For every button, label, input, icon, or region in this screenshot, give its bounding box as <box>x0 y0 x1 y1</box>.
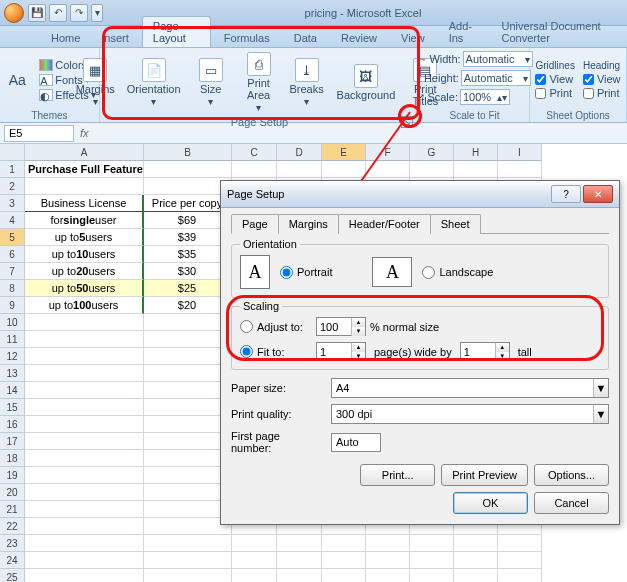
tab-view[interactable]: View <box>390 28 436 47</box>
gridlines-print-checkbox[interactable]: Print <box>535 87 574 99</box>
cell-D1[interactable] <box>277 161 322 178</box>
cell-A25[interactable] <box>25 569 144 582</box>
tab-udc[interactable]: Universal Document Converter <box>491 16 627 47</box>
cell-A23[interactable] <box>25 535 144 552</box>
cell-I24[interactable] <box>498 552 542 569</box>
close-button[interactable]: ✕ <box>583 185 613 203</box>
background-button[interactable]: 🖼Background <box>333 62 400 103</box>
cell-B17[interactable] <box>144 433 232 450</box>
cell-B12[interactable] <box>144 348 232 365</box>
page-setup-launcher-icon[interactable]: ↘ <box>401 116 413 128</box>
tab-formulas[interactable]: Formulas <box>213 28 281 47</box>
cell-A16[interactable] <box>25 416 144 433</box>
headings-view-checkbox[interactable]: View <box>583 73 621 85</box>
qat-more-icon[interactable]: ▾ <box>91 4 103 22</box>
cell-B13[interactable] <box>144 365 232 382</box>
margins-button[interactable]: ▦Margins▾ <box>72 56 119 109</box>
print-preview-button[interactable]: Print Preview <box>441 464 528 486</box>
cell-B8[interactable]: $25 <box>144 280 232 297</box>
paper-size-dropdown[interactable]: A4▼ <box>331 378 609 398</box>
dlg-tab-header-footer[interactable]: Header/Footer <box>338 214 431 234</box>
tab-insert[interactable]: nsert <box>93 28 139 47</box>
cell-F24[interactable] <box>366 552 410 569</box>
cell-E25[interactable] <box>322 569 366 582</box>
help-button[interactable]: ? <box>551 185 581 203</box>
cell-C23[interactable] <box>232 535 277 552</box>
print-quality-dropdown[interactable]: 300 dpi▼ <box>331 404 609 424</box>
cell-H25[interactable] <box>454 569 498 582</box>
cell-A21[interactable] <box>25 501 144 518</box>
redo-icon[interactable]: ↷ <box>70 4 88 22</box>
cell-A9[interactable]: up to 100 users <box>25 297 144 314</box>
cell-I1[interactable] <box>498 161 542 178</box>
cell-B2[interactable] <box>144 178 232 195</box>
print-area-button[interactable]: ⎙Print Area▾ <box>237 50 281 115</box>
dlg-tab-sheet[interactable]: Sheet <box>430 214 481 234</box>
save-icon[interactable]: 💾 <box>28 4 46 22</box>
tab-review[interactable]: Review <box>330 28 388 47</box>
cell-A7[interactable]: up to 20 users <box>25 263 144 280</box>
cancel-button[interactable]: Cancel <box>534 492 609 514</box>
cell-B15[interactable] <box>144 399 232 416</box>
cell-F1[interactable] <box>366 161 410 178</box>
fit-tall-spinner[interactable]: ▲▼ <box>460 342 510 361</box>
gridlines-view-checkbox[interactable]: View <box>535 73 574 85</box>
first-page-number-input[interactable] <box>331 433 381 452</box>
cell-B19[interactable] <box>144 467 232 484</box>
cell-C1[interactable] <box>232 161 277 178</box>
cell-B14[interactable] <box>144 382 232 399</box>
cell-A3[interactable]: Business License <box>25 195 144 212</box>
options-button[interactable]: Options... <box>534 464 609 486</box>
cell-B22[interactable] <box>144 518 232 535</box>
tab-home[interactable]: Home <box>40 28 91 47</box>
cell-B25[interactable] <box>144 569 232 582</box>
cell-A24[interactable] <box>25 552 144 569</box>
fit-wide-spinner[interactable]: ▲▼ <box>316 342 366 361</box>
cell-A17[interactable] <box>25 433 144 450</box>
cell-A4[interactable]: for single user <box>25 212 144 229</box>
cell-G1[interactable] <box>410 161 454 178</box>
cell-H24[interactable] <box>454 552 498 569</box>
dlg-tab-margins[interactable]: Margins <box>278 214 339 234</box>
headings-print-checkbox[interactable]: Print <box>583 87 621 99</box>
cell-B9[interactable]: $20 <box>144 297 232 314</box>
cell-A13[interactable] <box>25 365 144 382</box>
fx-icon[interactable]: fx <box>80 127 89 139</box>
name-box[interactable]: E5 <box>4 125 74 142</box>
cell-A11[interactable] <box>25 331 144 348</box>
cell-E24[interactable] <box>322 552 366 569</box>
cell-B21[interactable] <box>144 501 232 518</box>
cell-G25[interactable] <box>410 569 454 582</box>
cell-B6[interactable]: $35 <box>144 246 232 263</box>
tab-page-layout[interactable]: Page Layout <box>142 16 211 47</box>
cell-B23[interactable] <box>144 535 232 552</box>
cell-B18[interactable] <box>144 450 232 467</box>
cell-E1[interactable] <box>322 161 366 178</box>
cell-A18[interactable] <box>25 450 144 467</box>
cell-B1[interactable] <box>144 161 232 178</box>
cell-D24[interactable] <box>277 552 322 569</box>
orientation-button[interactable]: 📄Orientation▾ <box>123 56 185 109</box>
themes-button[interactable]: Aa <box>1 66 33 94</box>
adjust-to-spinner[interactable]: ▲▼ <box>316 317 366 336</box>
cell-A20[interactable] <box>25 484 144 501</box>
fit-to-radio[interactable] <box>240 345 253 358</box>
cell-G24[interactable] <box>410 552 454 569</box>
cell-A2[interactable] <box>25 178 144 195</box>
print-button[interactable]: Print... <box>360 464 435 486</box>
width-dropdown[interactable]: Automatic▾ <box>463 51 533 67</box>
scale-spinner[interactable]: 100%▴▾ <box>460 89 510 105</box>
cell-A19[interactable] <box>25 467 144 484</box>
dialog-titlebar[interactable]: Page Setup ? ✕ <box>221 181 619 208</box>
cell-A1[interactable]: Purchase Full Featured Version <box>25 161 144 178</box>
cell-A12[interactable] <box>25 348 144 365</box>
cell-C25[interactable] <box>232 569 277 582</box>
cell-A14[interactable] <box>25 382 144 399</box>
landscape-radio[interactable]: Landscape <box>422 266 493 279</box>
breaks-button[interactable]: ⤓Breaks▾ <box>285 56 329 109</box>
cell-H23[interactable] <box>454 535 498 552</box>
portrait-radio[interactable]: Portrait <box>280 266 332 279</box>
cell-C24[interactable] <box>232 552 277 569</box>
undo-icon[interactable]: ↶ <box>49 4 67 22</box>
cell-F23[interactable] <box>366 535 410 552</box>
